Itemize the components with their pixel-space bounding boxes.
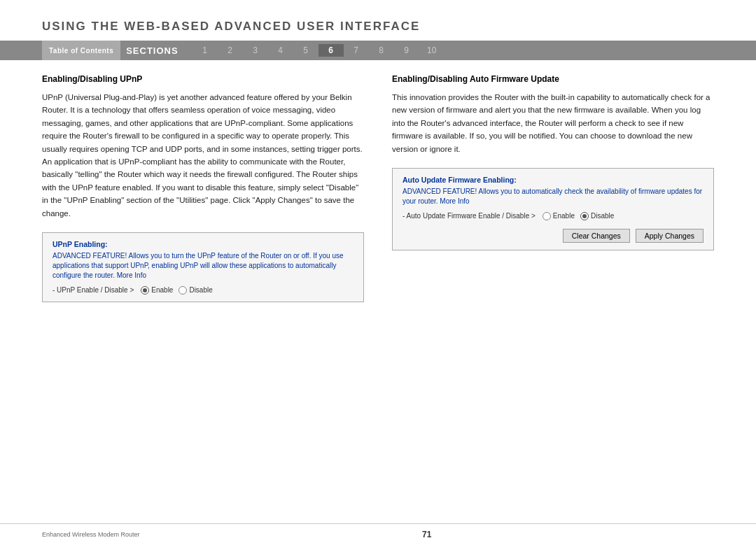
main-content: Enabling/Disabling UPnP UPnP (Universal … [0,60,756,523]
upnp-disable-radio[interactable]: Disable [178,286,212,295]
upnp-enable-label: Enable [151,286,173,294]
upnp-disable-circle [178,286,187,295]
firmware-enable-radio[interactable]: Enable [542,212,575,220]
firmware-enable-circle [542,212,551,220]
footer-page-number: 71 [422,530,431,539]
firmware-radio-group: Enable Disable [542,212,615,220]
clear-changes-button[interactable]: Clear Changes [563,229,630,243]
page-footer: Enhanced Wireless Modem Router 71 [0,523,756,545]
sections-label: SECTIONS [126,45,178,56]
nav-numbers: 1 2 3 4 5 6 7 8 9 10 [192,44,714,57]
nav-num-9[interactable]: 9 [394,45,419,55]
left-body: UPnP (Universal Plug-and-Play) is yet an… [42,91,364,220]
nav-num-3[interactable]: 3 [243,45,268,55]
right-body: This innovation provides the Router with… [392,91,714,155]
nav-num-8[interactable]: 8 [369,45,394,55]
firmware-enable-label: Enable [553,212,575,220]
nav-num-10[interactable]: 10 [419,45,444,55]
upnp-box-desc: ADVANCED FEATURE! Allows you to turn the… [52,251,354,281]
upnp-box: UPnP Enabling: ADVANCED FEATURE! Allows … [42,232,364,302]
nav-num-4[interactable]: 4 [268,45,293,55]
firmware-disable-radio[interactable]: Disable [580,212,614,220]
nav-num-1[interactable]: 1 [192,45,218,55]
firmware-disable-label: Disable [591,212,614,220]
page-wrapper: USING THE WEB-BASED ADVANCED USER INTERF… [0,0,756,545]
firmware-disable-circle [580,212,589,220]
right-column: Enabling/Disabling Auto Firmware Update … [392,74,714,509]
footer-device-label: Enhanced Wireless Modem Router [42,531,140,538]
nav-num-7[interactable]: 7 [344,45,369,55]
nav-bar: Table of Contents SECTIONS 1 2 3 4 5 6 7… [0,41,756,60]
upnp-row-label: - UPnP Enable / Disable > [52,286,134,294]
toc-label[interactable]: Table of Contents [42,41,120,60]
upnp-row: - UPnP Enable / Disable > Enable Disable [52,286,354,295]
firmware-box-desc: ADVANCED FEATURE! Allows you to automati… [402,187,704,206]
firmware-row: - Auto Update Firmware Enable / Disable … [402,212,704,220]
firmware-box: Auto Update Firmware Enabling: ADVANCED … [392,168,714,250]
nav-num-2[interactable]: 2 [218,45,243,55]
upnp-disable-label: Disable [189,286,212,294]
right-heading: Enabling/Disabling Auto Firmware Update [392,74,714,84]
firmware-row-label: - Auto Update Firmware Enable / Disable … [402,212,536,220]
firmware-buttons: Clear Changes Apply Changes [402,229,704,243]
upnp-enable-circle [141,286,149,295]
left-heading: Enabling/Disabling UPnP [42,74,364,84]
page-title: USING THE WEB-BASED ADVANCED USER INTERF… [42,20,714,34]
nav-num-5[interactable]: 5 [293,45,318,55]
apply-changes-button[interactable]: Apply Changes [636,229,704,243]
left-column: Enabling/Disabling UPnP UPnP (Universal … [42,74,364,509]
upnp-box-title: UPnP Enabling: [52,240,354,248]
page-header: USING THE WEB-BASED ADVANCED USER INTERF… [0,0,756,41]
upnp-enable-radio[interactable]: Enable [141,286,173,295]
firmware-box-title: Auto Update Firmware Enabling: [402,176,704,184]
nav-num-6[interactable]: 6 [318,44,344,57]
upnp-radio-group: Enable Disable [141,286,213,295]
